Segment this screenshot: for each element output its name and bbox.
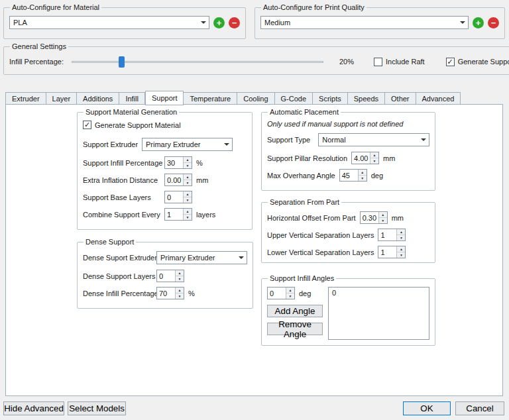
- support-tab-panel: Support Material Generation ✓ Generate S…: [5, 104, 503, 396]
- support-infill-percentage-spinner[interactable]: 30 ▲▼: [164, 156, 192, 169]
- spin-down-icon[interactable]: ▼: [370, 158, 378, 164]
- extra-inflation-distance-spinner[interactable]: 0.00 ▲▼: [164, 174, 192, 186]
- tab-cooling[interactable]: Cooling: [237, 92, 274, 105]
- remove-angle-button[interactable]: Remove Angle: [267, 323, 323, 335]
- spin-down-icon[interactable]: ▼: [176, 276, 184, 282]
- combine-support-every-spinner[interactable]: 1 ▲▼: [164, 208, 192, 221]
- tab-infill[interactable]: Infill: [119, 92, 145, 105]
- spin-up-icon[interactable]: ▲: [184, 157, 192, 163]
- support-pillar-resolution-spinner[interactable]: 4.00 ▲▼: [351, 152, 379, 164]
- remove-material-button[interactable]: −: [229, 17, 240, 28]
- quality-group-legend: Auto-Configure for Print Quality: [261, 3, 367, 11]
- remove-quality-button[interactable]: −: [488, 17, 499, 28]
- horizontal-offset-unit: mm: [392, 214, 404, 222]
- spin-down-icon[interactable]: ▼: [379, 218, 387, 223]
- extra-inflation-distance-unit: mm: [196, 176, 208, 184]
- spin-down-icon[interactable]: ▼: [359, 176, 367, 181]
- spin-up-icon[interactable]: ▲: [184, 209, 192, 215]
- support-type-combo[interactable]: Normal: [318, 133, 429, 146]
- ok-button[interactable]: OK: [403, 401, 451, 415]
- tab-gcode[interactable]: G-Code: [275, 92, 313, 105]
- spin-down-icon[interactable]: ▼: [286, 293, 294, 299]
- generate-support-label: Generate Support: [458, 58, 509, 66]
- support-extruder-value: Primary Extruder: [142, 138, 221, 150]
- quality-combo-button[interactable]: [457, 17, 468, 28]
- tab-advanced[interactable]: Advanced: [416, 92, 461, 105]
- general-settings-legend: General Settings: [10, 42, 68, 50]
- dense-support-layers-label: Dense Support Layers: [83, 272, 152, 280]
- spin-down-icon[interactable]: ▼: [397, 252, 405, 258]
- support-infill-percentage-unit: %: [196, 159, 203, 167]
- dense-extruder-combo[interactable]: Primary Extruder: [156, 251, 247, 264]
- spin-down-icon[interactable]: ▼: [184, 163, 192, 168]
- spin-down-icon[interactable]: ▼: [176, 293, 184, 299]
- checkbox-box[interactable]: [374, 58, 382, 66]
- select-models-button[interactable]: Select Models: [68, 401, 126, 415]
- cancel-button[interactable]: Cancel: [455, 401, 504, 415]
- angle-list-item[interactable]: 0: [332, 289, 425, 297]
- tab-scripts[interactable]: Scripts: [313, 92, 348, 105]
- checkbox-box[interactable]: ✓: [446, 58, 455, 66]
- support-type-combo-button[interactable]: [418, 134, 429, 146]
- horizontal-offset-spinner[interactable]: 0.30 ▲▼: [360, 211, 388, 224]
- angle-list[interactable]: 0: [328, 287, 429, 340]
- tab-temperature[interactable]: Temperature: [184, 92, 237, 105]
- hide-advanced-button[interactable]: Hide Advanced: [3, 401, 64, 415]
- spin-up-icon[interactable]: ▲: [359, 170, 367, 176]
- spin-up-icon[interactable]: ▲: [184, 174, 192, 180]
- lower-separation-spinner[interactable]: 1 ▲▼: [378, 246, 406, 258]
- material-combo-button[interactable]: [198, 17, 209, 28]
- spin-up-icon[interactable]: ▲: [379, 212, 387, 218]
- tab-layer[interactable]: Layer: [46, 92, 78, 105]
- angle-spinner[interactable]: 0 ▲▼: [267, 287, 295, 299]
- tab-additions[interactable]: Additions: [77, 92, 119, 105]
- material-combo[interactable]: PLA: [9, 16, 209, 29]
- upper-separation-spinner[interactable]: 1 ▲▼: [378, 229, 406, 241]
- spin-up-icon[interactable]: ▲: [176, 270, 184, 276]
- dense-support-layers-spinner[interactable]: 0 ▲▼: [156, 270, 184, 282]
- include-raft-checkbox[interactable]: Include Raft: [374, 58, 425, 66]
- quality-group: Auto-Configure for Print Quality Medium …: [254, 3, 505, 39]
- chevron-down-icon: [421, 138, 426, 141]
- max-overhang-angle-spinner[interactable]: 45 ▲▼: [339, 169, 367, 182]
- add-material-button[interactable]: +: [213, 17, 225, 28]
- general-settings-group: General Settings Infill Percentage: 20% …: [3, 42, 509, 75]
- spin-up-icon[interactable]: ▲: [397, 229, 405, 235]
- generate-support-material-checkbox[interactable]: ✓ Generate Support Material: [83, 121, 181, 129]
- automatic-placement-legend: Automatic Placement: [268, 108, 341, 116]
- add-angle-button[interactable]: Add Angle: [267, 305, 323, 317]
- spin-up-icon[interactable]: ▲: [397, 246, 405, 252]
- support-base-layers-spinner[interactable]: 0 ▲▼: [164, 191, 192, 203]
- dense-extruder-combo-button[interactable]: [236, 252, 247, 264]
- tab-speeds[interactable]: Speeds: [348, 92, 385, 105]
- slider-handle[interactable]: [119, 56, 125, 68]
- generate-support-checkbox[interactable]: ✓ Generate Support: [446, 58, 509, 66]
- spin-down-icon[interactable]: ▼: [184, 180, 192, 185]
- support-extruder-combo-button[interactable]: [221, 138, 232, 150]
- support-extruder-label: Support Extruder: [83, 140, 138, 148]
- spin-down-icon[interactable]: ▼: [184, 215, 192, 220]
- tab-extruder[interactable]: Extruder: [5, 92, 46, 105]
- angle-unit: deg: [299, 289, 311, 297]
- checkbox-box[interactable]: ✓: [83, 121, 91, 129]
- material-combo-value: PLA: [10, 17, 198, 28]
- spin-up-icon[interactable]: ▲: [286, 288, 294, 293]
- material-group: Auto-Configure for Material PLA + −: [3, 3, 246, 39]
- support-extruder-combo[interactable]: Primary Extruder: [142, 138, 233, 151]
- spin-up-icon[interactable]: ▲: [184, 191, 192, 197]
- spin-up-icon[interactable]: ▲: [370, 152, 378, 158]
- tab-support[interactable]: Support: [145, 91, 184, 105]
- horizontal-offset-label: Horizontal Offset From Part: [267, 214, 356, 222]
- spin-down-icon[interactable]: ▼: [397, 235, 405, 240]
- plus-icon: +: [476, 19, 481, 27]
- spin-down-icon[interactable]: ▼: [184, 197, 192, 203]
- quality-combo[interactable]: Medium: [260, 16, 469, 29]
- tab-other[interactable]: Other: [385, 92, 416, 105]
- quality-combo-value: Medium: [261, 17, 457, 28]
- support-pillar-resolution-label: Support Pillar Resolution: [267, 154, 347, 162]
- dense-infill-percentage-spinner[interactable]: 70 ▲▼: [156, 287, 184, 299]
- infill-percentage-slider[interactable]: [72, 56, 323, 68]
- combine-support-every-label: Combine Support Every: [83, 211, 160, 219]
- spin-up-icon[interactable]: ▲: [176, 288, 184, 293]
- add-quality-button[interactable]: +: [473, 17, 484, 28]
